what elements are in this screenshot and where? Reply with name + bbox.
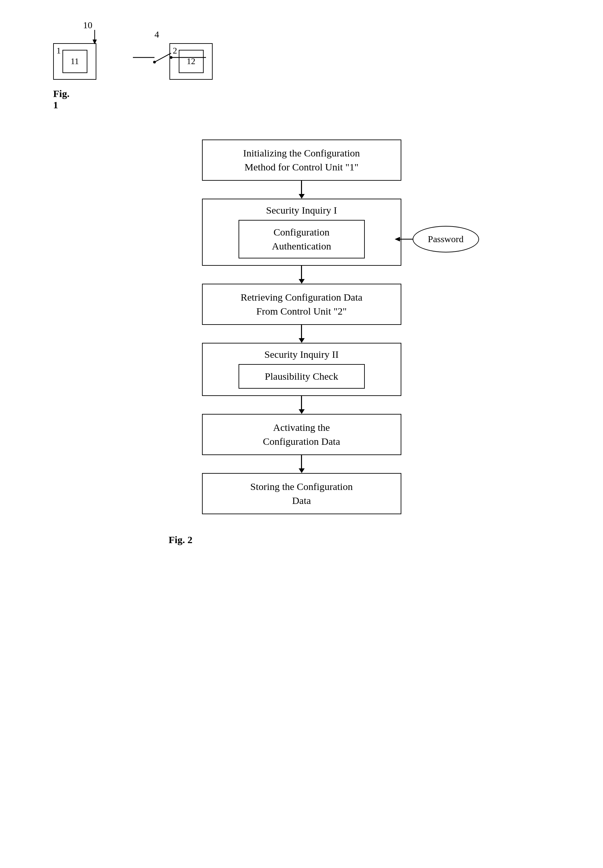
arrow-1 (295, 181, 308, 199)
box-activate-text: Activating theConfiguration Data (263, 422, 340, 447)
box-activate: Activating theConfiguration Data (202, 414, 401, 455)
fig2-diagram: Initializing the ConfigurationMethod for… (0, 139, 603, 545)
security1-outer-label: Security Inquiry I (211, 205, 393, 216)
password-label: Password (428, 234, 464, 244)
device2-inner: 12 (179, 50, 204, 73)
box-plausibility: Plausibility Check (238, 364, 365, 389)
step-activate: Activating theConfiguration Data (152, 414, 451, 455)
device1-outer-num: 1 (56, 46, 61, 56)
arrow-5 (295, 455, 308, 473)
fig1-caption: Fig. 1 (53, 88, 70, 111)
device1-outer: 1 11 (53, 43, 96, 80)
security1-inner-row: Configuration Authentication Password (211, 220, 393, 258)
box-retrieve-text: Retrieving Configuration DataFrom Contro… (241, 292, 362, 317)
plausibility-text: Plausibility Check (265, 371, 338, 381)
box-store-text: Storing the ConfigurationData (250, 481, 353, 506)
arrow-2 (295, 266, 308, 284)
device2-outer-num: 2 (173, 46, 177, 56)
box-init: Initializing the ConfigurationMethod for… (202, 139, 401, 181)
device1-inner-num: 11 (70, 57, 79, 66)
device2-inner-num: 12 (187, 57, 195, 66)
step-security1: Security Inquiry I Configuration Authent… (152, 199, 451, 266)
svg-marker-8 (395, 237, 400, 241)
fig2-caption: Fig. 2 (169, 534, 193, 545)
config-auth-text: Configuration Authentication (272, 227, 331, 252)
fig1-devices-row: 1 11 2 12 (53, 43, 213, 80)
box-config-auth: Configuration Authentication (238, 220, 365, 258)
step-security2: Security Inquiry II Plausibility Check (152, 343, 451, 396)
ref-label-10: 10 (83, 20, 92, 31)
box-init-text: Initializing the ConfigurationMethod for… (243, 147, 360, 172)
device2-outer: 2 12 (169, 43, 213, 80)
box-store: Storing the ConfigurationData (202, 473, 401, 514)
device1-inner: 11 (62, 50, 87, 73)
arrow-3 (295, 325, 308, 343)
security2-outer-label: Security Inquiry II (211, 349, 393, 360)
step-retrieve: Retrieving Configuration DataFrom Contro… (152, 284, 451, 325)
flowchart: Initializing the ConfigurationMethod for… (152, 139, 451, 545)
box-retrieve: Retrieving Configuration DataFrom Contro… (202, 284, 401, 325)
step-init: Initializing the ConfigurationMethod for… (152, 139, 451, 181)
password-ellipse: Password (413, 226, 479, 252)
arrow-4 (295, 396, 308, 414)
box-security2-outer: Security Inquiry II Plausibility Check (202, 343, 401, 396)
box-security1-outer: Security Inquiry I Configuration Authent… (202, 199, 401, 266)
step-store: Storing the ConfigurationData (152, 473, 451, 514)
